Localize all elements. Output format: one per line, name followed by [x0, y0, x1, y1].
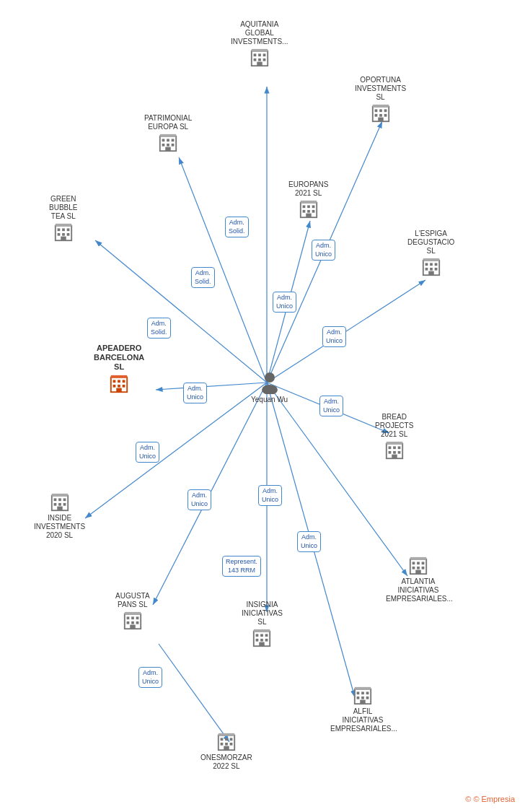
svg-rect-126: [256, 634, 259, 637]
svg-rect-113: [422, 567, 425, 569]
svg-point-16: [262, 385, 278, 394]
svg-rect-51: [165, 147, 170, 152]
green-bubble-label: GREENBUBBLETEA SL: [49, 195, 77, 221]
svg-rect-42: [378, 118, 383, 122]
aquitania-label: AQUITANIAGLOBALINVESTMENTS...: [231, 20, 288, 46]
svg-rect-48: [162, 144, 165, 147]
svg-rect-135: [357, 691, 360, 694]
svg-rect-69: [61, 237, 66, 241]
bread-label: BREADPROJECTS2021 SL: [375, 413, 413, 439]
svg-rect-104: [63, 503, 66, 506]
lespiga-building-icon: [421, 257, 441, 277]
svg-rect-136: [361, 691, 364, 694]
svg-rect-127: [261, 634, 264, 637]
svg-rect-108: [412, 562, 415, 564]
insignia-label: INSIGNIAINICIATIVASSL: [242, 601, 283, 627]
bread-building-icon: [384, 440, 405, 460]
svg-line-7: [156, 383, 267, 390]
onesmorzar-building-icon: [216, 732, 237, 752]
svg-rect-30: [253, 58, 256, 61]
svg-rect-114: [415, 570, 420, 575]
svg-rect-102: [53, 503, 56, 506]
svg-rect-74: [434, 263, 437, 266]
svg-rect-32: [262, 58, 265, 61]
copyright-symbol: ©: [465, 795, 471, 803]
svg-rect-31: [258, 58, 261, 61]
svg-rect-88: [111, 375, 127, 377]
svg-rect-139: [361, 697, 364, 699]
svg-rect-76: [430, 268, 433, 271]
svg-rect-91: [393, 446, 396, 449]
lespiga-node: L'ESPIGADEGUSTACIOSL: [407, 230, 454, 279]
badge-adm-unico-atlantia: Adm.Unico: [297, 531, 321, 552]
svg-rect-90: [388, 446, 391, 449]
svg-rect-140: [366, 697, 369, 699]
badge-adm-solid-patrimonial: Adm.Solid.: [191, 267, 215, 288]
svg-rect-106: [51, 494, 67, 497]
svg-rect-146: [229, 738, 232, 741]
oportuna-building-icon: [371, 103, 391, 123]
badge-adm-unico-bread: Adm.Unico: [319, 396, 343, 416]
svg-rect-103: [58, 503, 61, 506]
svg-rect-117: [126, 616, 129, 619]
svg-rect-92: [397, 446, 400, 449]
green-bubble-building-icon: [53, 222, 74, 243]
svg-rect-60: [306, 214, 311, 218]
badge-adm-solid-green: Adm.Solid.: [147, 318, 171, 339]
inside-label: INSIDEINVESTMENTS2020 SL: [34, 514, 85, 540]
svg-rect-72: [425, 263, 428, 266]
svg-rect-68: [66, 233, 69, 236]
svg-rect-27: [253, 53, 256, 56]
svg-rect-28: [258, 53, 261, 56]
svg-rect-132: [260, 642, 265, 647]
svg-rect-64: [62, 228, 65, 231]
svg-rect-61: [300, 201, 316, 204]
svg-rect-47: [172, 139, 175, 141]
inside-building-icon: [50, 492, 70, 512]
svg-rect-40: [379, 114, 382, 117]
svg-rect-145: [225, 738, 228, 741]
svg-rect-46: [167, 139, 169, 141]
svg-rect-55: [307, 205, 310, 208]
svg-rect-41: [384, 114, 387, 117]
patrimonial-label: PATRIMONIALEUROPA SL: [144, 114, 192, 131]
lespiga-label: L'ESPIGADEGUSTACIOSL: [407, 230, 454, 256]
svg-rect-93: [388, 451, 391, 454]
svg-rect-142: [355, 687, 371, 690]
svg-rect-123: [130, 625, 135, 629]
atlantia-building-icon: [408, 556, 428, 576]
badge-adm-unico-insignia: Adm.Unico: [258, 485, 282, 506]
svg-rect-67: [62, 233, 65, 236]
augusta-node: AUGUSTAPANS SL: [115, 592, 150, 632]
alfil-node: ALFILINICIATIVASEMPRESARIALES...: [330, 684, 395, 733]
svg-rect-96: [392, 455, 397, 459]
badge-adm-unico-inside: Adm.Unico: [136, 442, 159, 463]
svg-rect-105: [57, 507, 62, 511]
svg-rect-141: [360, 700, 365, 704]
svg-rect-124: [125, 612, 141, 615]
insignia-building-icon: [252, 628, 272, 648]
svg-rect-49: [167, 144, 169, 147]
atlantia-label: ATLANTIAINICIATIVASEMPRESARIALES...: [386, 577, 451, 603]
augusta-building-icon: [123, 611, 143, 631]
svg-rect-78: [428, 271, 433, 276]
insignia-node: INSIGNIAINICIATIVASSL: [242, 601, 283, 650]
svg-rect-151: [219, 733, 234, 736]
badge-adm-unico-europans2: Adm.Unico: [273, 292, 296, 313]
augusta-label: AUGUSTAPANS SL: [115, 592, 150, 609]
svg-rect-65: [66, 228, 69, 231]
green-bubble-node: GREENBUBBLETEA SL: [49, 195, 77, 244]
apeadero-label: APEADEROBARCELONASL: [94, 344, 144, 372]
alfil-label: ALFILINICIATIVASEMPRESARIALES...: [330, 707, 395, 733]
svg-rect-118: [131, 616, 134, 619]
patrimonial-building-icon: [158, 133, 178, 153]
badge-adm-unico-apeadero: Adm.Unico: [183, 383, 207, 403]
svg-rect-148: [225, 743, 228, 746]
svg-rect-43: [372, 105, 388, 108]
svg-rect-97: [386, 442, 402, 445]
svg-rect-112: [417, 567, 420, 569]
svg-rect-86: [123, 384, 125, 387]
aquitania-node: AQUITANIAGLOBALINVESTMENTS...: [231, 20, 288, 69]
svg-rect-144: [220, 738, 223, 741]
svg-rect-101: [63, 498, 66, 501]
